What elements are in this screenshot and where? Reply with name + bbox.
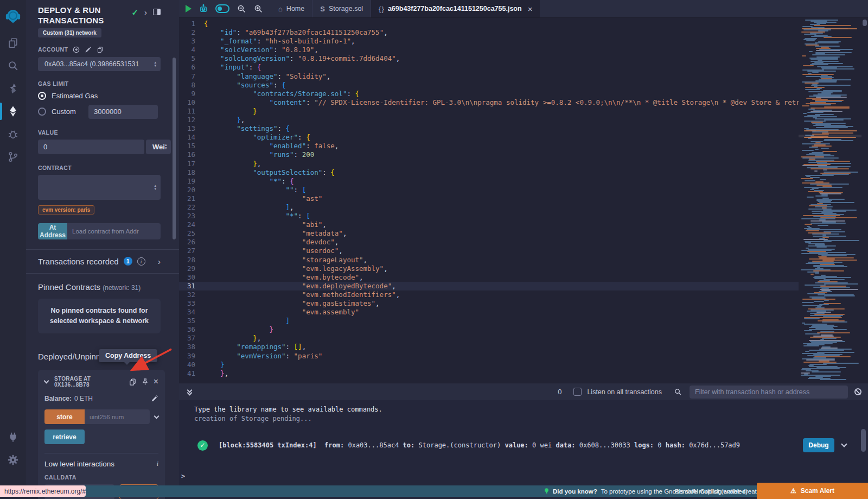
code-line[interactable]: 25 "metadata", [179, 229, 799, 238]
edit-balance-icon[interactable] [151, 395, 158, 402]
code-line[interactable]: 19 "*": { [179, 177, 799, 186]
code-line[interactable]: 10 "content": "// SPDX-License-Identifie… [179, 98, 799, 107]
terminal-scrollbar[interactable] [861, 429, 866, 452]
code-line[interactable]: 38 "remappings": [], [179, 343, 799, 351]
code-line[interactable]: 32 "evm.methodIdentifiers", [179, 290, 799, 299]
settings-icon[interactable] [0, 449, 26, 471]
code-line[interactable]: 21 "ast" [179, 194, 799, 203]
copy-address-icon[interactable] [129, 378, 137, 386]
zoom-out-icon[interactable] [237, 4, 246, 14]
store-arg-input[interactable] [85, 409, 150, 424]
expand-log-icon[interactable] [841, 441, 847, 447]
editor-minimap[interactable] [799, 18, 861, 383]
code-line[interactable]: 40 } [179, 361, 799, 369]
solidity-compiler-icon[interactable] [0, 77, 26, 100]
account-select[interactable]: 0xA03...85ac4 (0.39866531531 ▴▾ [38, 57, 161, 71]
code-line[interactable]: 9 "contracts/Storage.sol": { [179, 90, 799, 98]
deploy-run-icon[interactable] [0, 100, 26, 123]
panel-scrollbar[interactable] [173, 58, 176, 239]
code-line[interactable]: 24 "abi", [179, 220, 799, 229]
custom-gas-radio[interactable] [38, 108, 46, 116]
code-line[interactable]: 3 "_format": "hh-sol-build-info-1", [179, 37, 799, 46]
info-icon[interactable]: i [137, 257, 145, 266]
git-icon[interactable] [0, 146, 26, 168]
code-line[interactable]: 37 }, [179, 334, 799, 343]
code-line[interactable]: 31 "evm.deployedBytecode", [179, 282, 799, 290]
transaction-filter-input[interactable] [690, 386, 848, 399]
plugin-manager-icon[interactable] [0, 426, 26, 449]
copilot-status[interactable]: RemixAI Copilot (enabled) [675, 485, 748, 497]
code-line[interactable]: 23 "*": [ [179, 212, 799, 220]
debugger-icon[interactable] [0, 123, 26, 146]
transaction-log-row[interactable]: ✓ [block:5583405 txIndex:4] from: 0xa03.… [179, 438, 868, 452]
collapse-terminal-icon[interactable] [188, 389, 192, 395]
code-line[interactable]: 8 "sources": { [179, 81, 799, 90]
chevron-down-icon[interactable] [44, 378, 49, 384]
code-line[interactable]: 5 "solcLongVersion": "0.8.19+commit.7dd6… [179, 54, 799, 63]
code-line[interactable]: 22 ], [179, 203, 799, 212]
chevron-right-icon[interactable]: › [158, 257, 161, 266]
code-editor[interactable]: 1{2 "id": "a69b43f277ba20fcac141151250ca… [179, 18, 868, 383]
estimated-gas-radio[interactable] [38, 92, 46, 100]
code-line[interactable]: 26 "devdoc", [179, 238, 799, 247]
load-contract-input[interactable] [67, 223, 161, 239]
code-line[interactable]: 17 }, [179, 160, 799, 168]
code-line[interactable]: 20 "": [ [179, 186, 799, 194]
code-line[interactable]: 4 "solcVersion": "0.8.19", [179, 46, 799, 54]
code-line[interactable]: 41 }, [179, 369, 799, 378]
store-button[interactable]: store [44, 409, 85, 424]
info-icon[interactable]: i [157, 460, 158, 468]
scam-alert-button[interactable]: ⚠ Scam Alert [757, 483, 868, 499]
terminal[interactable]: Type the library name to see available c… [179, 400, 868, 485]
pin-contract-icon[interactable] [141, 378, 149, 386]
code-line[interactable]: 11 } [179, 107, 799, 116]
code-line[interactable]: 7 "language": "Solidity", [179, 72, 799, 81]
tab-storage-sol[interactable]: S Storage.sol [312, 0, 371, 17]
code-line[interactable]: 39 "evmVersion": "paris" [179, 352, 799, 361]
code-line[interactable]: 13 "settings": { [179, 124, 799, 133]
add-account-icon[interactable] [73, 46, 80, 53]
code-line[interactable]: 30 "evm.bytecode", [179, 273, 799, 282]
listen-checkbox[interactable] [573, 388, 582, 396]
run-script-icon[interactable] [186, 5, 192, 12]
code-line[interactable]: 1{ [179, 20, 799, 28]
retrieve-button[interactable]: retrieve [44, 429, 85, 444]
ai-copilot-icon[interactable] [199, 4, 208, 14]
code-line[interactable]: 12 }, [179, 116, 799, 124]
chevron-right-icon[interactable]: › [144, 8, 147, 17]
code-line[interactable]: 29 "evm.legacyAssembly", [179, 264, 799, 273]
code-line[interactable]: 15 "enabled": false, [179, 142, 799, 150]
code-line[interactable]: 33 "evm.gasEstimates", [179, 299, 799, 308]
code-line[interactable]: 34 "evm.assembly" [179, 308, 799, 317]
file-explorer-icon[interactable] [0, 31, 26, 54]
code-line[interactable]: 36 } [179, 325, 799, 334]
custom-gas-input[interactable] [88, 105, 158, 119]
clear-console-icon[interactable] [854, 388, 861, 395]
zoom-in-icon[interactable] [253, 4, 263, 14]
search-icon[interactable] [0, 54, 26, 77]
code-line[interactable]: 6 "input": { [179, 63, 799, 72]
edit-account-icon[interactable] [85, 46, 92, 53]
code-line[interactable]: 27 "userdoc", [179, 247, 799, 255]
at-address-button[interactable]: At Address [38, 223, 67, 239]
copy-account-icon[interactable] [97, 46, 104, 53]
value-input[interactable] [38, 140, 144, 154]
tab-home[interactable]: ⌂ Home [271, 0, 312, 17]
tab-build-info-json[interactable]: { } a69b43f277ba20fcac141151250ca755.jso… [371, 0, 540, 17]
remove-contract-icon[interactable]: × [154, 379, 158, 384]
code-line[interactable]: 14 "optimizer": { [179, 133, 799, 142]
code-line[interactable]: 2 "id": "a69b43f277ba20fcac141151250ca75… [179, 28, 799, 37]
remix-logo-icon[interactable] [0, 1, 26, 31]
pin-panel-icon[interactable] [153, 9, 161, 15]
debug-button[interactable]: Debug [803, 438, 834, 452]
expand-store-icon[interactable] [154, 413, 159, 419]
code-line[interactable]: 28 "storageLayout", [179, 256, 799, 264]
editor-scrollbar[interactable] [863, 20, 867, 26]
code-line[interactable]: 16 "runs": 200 [179, 150, 799, 159]
close-tab-icon[interactable]: × [528, 4, 533, 14]
value-unit-select[interactable]: Wei ▴▾ [146, 140, 171, 154]
code-line[interactable]: 18 "outputSelection": { [179, 168, 799, 177]
copilot-toggle[interactable] [215, 4, 229, 13]
contract-select[interactable]: ▴▾ [38, 175, 161, 200]
code-line[interactable]: 35 ] [179, 317, 799, 325]
